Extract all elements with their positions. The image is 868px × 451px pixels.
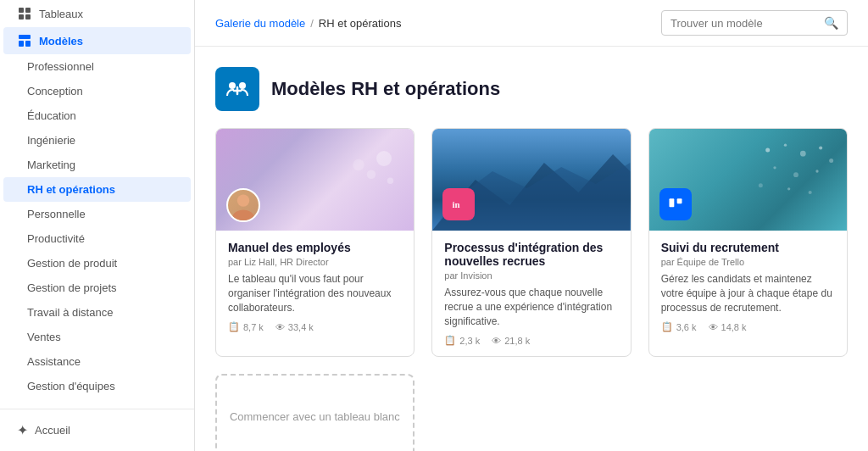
trello-badge — [659, 188, 692, 220]
card-image-teal — [649, 129, 847, 231]
card-copies: 📋 2,3 k — [444, 335, 480, 346]
card-views: 👁 14,8 k — [709, 322, 747, 332]
card-title: Processus d'intégration des nouvelles re… — [444, 241, 618, 268]
card-stats: 📋 2,3 k 👁 21,8 k — [444, 335, 618, 346]
svg-point-27 — [787, 187, 790, 190]
sidebar-item-marketing[interactable]: Marketing — [3, 153, 191, 177]
svg-point-13 — [237, 194, 249, 206]
card-stats: 📋 3,6 k 👁 14,8 k — [661, 321, 835, 332]
sidebar-item-accueil[interactable]: ✦ Accueil — [3, 416, 191, 444]
cards-grid: Manuel des employés par Liz Hall, HR Dir… — [215, 128, 848, 357]
svg-point-8 — [239, 82, 246, 89]
card-body: Processus d'intégration des nouvelles re… — [432, 231, 630, 356]
blank-card-label: Commencer avec un tableau blanc — [230, 410, 400, 423]
sidebar-item-productivite[interactable]: Productivité — [3, 226, 191, 251]
sidebar-footer: ✦ Accueil — [0, 409, 194, 451]
sidebar-item-professionnel[interactable]: Professionnel — [3, 54, 191, 79]
svg-rect-2 — [19, 14, 24, 19]
card-copies: 📋 3,6 k — [661, 321, 697, 332]
blank-card[interactable]: Commencer avec un tableau blanc — [215, 374, 415, 451]
main-content: Galerie du modèle / RH et opérations 🔍 M… — [195, 0, 868, 451]
page-header: Modèles RH et opérations — [215, 67, 848, 111]
sidebar-item-ingenierie[interactable]: Ingénierie — [3, 128, 191, 153]
card-description: Le tableau qu'il vous faut pour organise… — [228, 272, 402, 315]
breadcrumb-root[interactable]: Galerie du modèle — [215, 17, 305, 30]
card-description: Assurez-vous que chaque nouvelle recrue … — [444, 286, 618, 328]
sidebar-item-rh-operations[interactable]: RH et opérations — [3, 177, 191, 202]
card-stats: 📋 8,7 k 👁 33,4 k — [228, 321, 402, 332]
decoration-dots — [754, 137, 838, 205]
plus-icon: ✦ — [17, 422, 28, 438]
copy-icon: 📋 — [228, 321, 240, 332]
card-views: 👁 33,4 k — [275, 322, 314, 332]
decoration-circles — [346, 146, 397, 197]
svg-rect-1 — [25, 8, 31, 13]
svg-point-26 — [759, 183, 763, 187]
card-author: par Liz Hall, HR Director — [228, 257, 402, 267]
svg-point-7 — [229, 82, 236, 89]
card-image-purple — [216, 129, 414, 231]
invision-badge: in — [442, 188, 475, 220]
sidebar-item-personnelle[interactable]: Personnelle — [3, 202, 191, 226]
card-author: par Équipe de Trello — [661, 257, 835, 267]
svg-point-28 — [809, 191, 812, 194]
svg-point-10 — [367, 170, 376, 180]
grid-icon — [17, 6, 32, 21]
card-body: Manuel des employés par Liz Hall, HR Dir… — [216, 231, 414, 342]
svg-point-9 — [376, 151, 392, 166]
svg-rect-0 — [19, 8, 24, 13]
card-manuel-employes[interactable]: Manuel des employés par Liz Hall, HR Dir… — [215, 128, 415, 357]
card-image-blue: in — [432, 129, 630, 231]
search-input[interactable] — [670, 17, 819, 30]
svg-point-18 — [765, 148, 770, 153]
eye-icon: 👁 — [492, 336, 501, 346]
sidebar-subnav: Professionnel Conception Éducation Ingén… — [0, 54, 194, 398]
svg-point-20 — [800, 151, 806, 157]
sidebar-item-gestion-projets[interactable]: Gestion de projets — [3, 276, 191, 300]
search-icon: 🔍 — [824, 16, 838, 30]
sidebar-item-gestion-produit[interactable]: Gestion de produit — [3, 251, 191, 276]
template-icon — [17, 33, 32, 48]
svg-rect-29 — [669, 198, 674, 207]
card-avatar — [226, 188, 260, 222]
page-header-icon — [215, 67, 259, 111]
svg-point-22 — [829, 159, 833, 163]
svg-point-19 — [784, 144, 787, 147]
card-title: Manuel des employés — [228, 241, 402, 254]
svg-rect-5 — [19, 41, 24, 47]
topbar: Galerie du modèle / RH et opérations 🔍 — [195, 0, 868, 47]
sidebar-item-conception[interactable]: Conception — [3, 79, 191, 103]
svg-point-21 — [819, 146, 822, 149]
svg-point-25 — [815, 170, 818, 172]
search-bar[interactable]: 🔍 — [661, 10, 848, 36]
svg-point-23 — [773, 166, 776, 169]
sidebar-item-modeles[interactable]: Modèles — [3, 27, 191, 54]
svg-rect-30 — [676, 198, 682, 203]
svg-rect-4 — [19, 35, 31, 39]
card-description: Gérez les candidats et maintenez votre é… — [661, 272, 835, 315]
sidebar-item-tableaux[interactable]: Tableaux — [3, 0, 191, 27]
breadcrumb-separator: / — [310, 17, 314, 30]
eye-icon: 👁 — [275, 322, 285, 332]
card-body: Suivi du recrutement par Équipe de Trell… — [649, 231, 847, 342]
card-processus-integration[interactable]: in Processus d'intégration des nouvelles… — [431, 128, 631, 357]
card-suivi-recrutement[interactable]: Suivi du recrutement par Équipe de Trell… — [648, 128, 848, 357]
card-views: 👁 21,8 k — [492, 336, 530, 346]
card-copies: 📋 8,7 k — [228, 321, 264, 332]
sidebar: Tableaux Modèles Professionnel Conceptio… — [0, 0, 195, 451]
sidebar-item-travail-distance[interactable]: Travail à distance — [3, 300, 191, 325]
svg-point-12 — [353, 159, 365, 171]
svg-rect-6 — [25, 41, 31, 47]
copy-icon: 📋 — [661, 321, 673, 332]
card-title: Suivi du recrutement — [661, 241, 835, 254]
sidebar-item-education[interactable]: Éducation — [3, 103, 191, 128]
eye-icon: 👁 — [709, 322, 718, 332]
breadcrumb: Galerie du modèle / RH et opérations — [215, 17, 401, 30]
sidebar-item-gestion-equipes[interactable]: Gestion d'équipes — [3, 374, 191, 398]
svg-point-11 — [387, 178, 394, 185]
sidebar-item-ventes[interactable]: Ventes — [3, 325, 191, 349]
svg-point-24 — [793, 172, 798, 177]
card-author: par Invision — [444, 270, 618, 281]
sidebar-item-assistance[interactable]: Assistance — [3, 349, 191, 374]
page-title: Modèles RH et opérations — [271, 78, 500, 100]
